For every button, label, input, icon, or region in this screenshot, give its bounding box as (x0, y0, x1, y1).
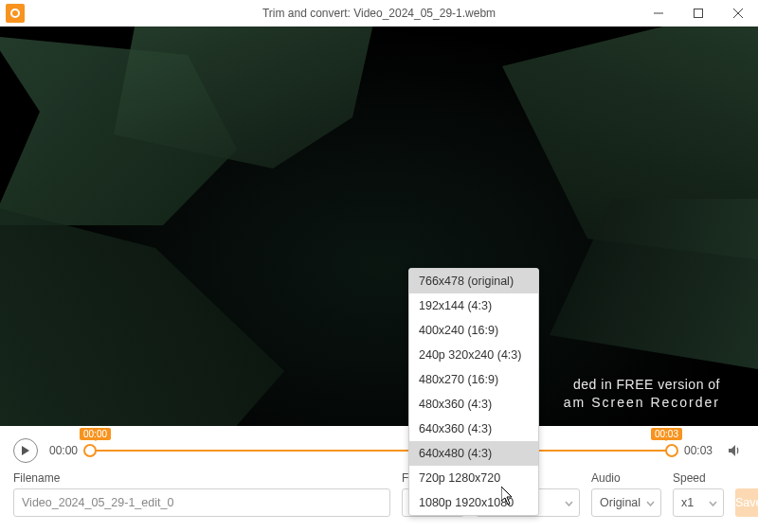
video-preview[interactable]: ded in FREE version of am Screen Recorde… (0, 27, 758, 426)
save-button[interactable]: Save (735, 488, 758, 517)
resolution-option[interactable]: 640x480 (4:3) (409, 441, 538, 466)
filename-input[interactable] (13, 488, 390, 517)
minimize-button[interactable] (639, 0, 678, 27)
close-button[interactable] (718, 0, 758, 27)
trim-start-tag: 00:00 (80, 428, 111, 440)
resolution-dropdown[interactable]: 766x478 (original) 192x144 (4:3) 400x240… (408, 268, 539, 516)
resolution-option[interactable]: 1080p 1920x1080 (409, 490, 538, 515)
resolution-option[interactable]: 480x360 (4:3) (409, 392, 538, 417)
playback-controls: 00:00 00:00 00:03 00:03 (0, 426, 758, 466)
titlebar: Trim and convert: Video_2024_05_29-1.web… (0, 0, 758, 27)
audio-label: Audio (591, 471, 661, 485)
resolution-option[interactable]: 240p 320x240 (4:3) (409, 343, 538, 367)
chevron-down-icon (646, 496, 655, 509)
resolution-option[interactable]: 400x240 (16:9) (409, 318, 538, 343)
trim-start-handle[interactable] (83, 444, 97, 457)
resolution-option[interactable]: 640x360 (4:3) (409, 417, 538, 441)
maximize-button[interactable] (678, 0, 718, 27)
svg-rect-1 (695, 9, 703, 18)
svg-marker-4 (22, 446, 29, 455)
resolution-option[interactable]: 720p 1280x720 (409, 466, 538, 490)
chevron-down-icon (565, 496, 573, 509)
speed-label: Speed (673, 471, 724, 485)
video-frame (0, 27, 758, 426)
window-controls (639, 0, 758, 27)
app-icon (6, 4, 25, 23)
audio-select[interactable]: Original (591, 488, 661, 517)
trim-end-tag: 00:03 (651, 428, 682, 440)
resolution-option[interactable]: 766x478 (original) (409, 269, 538, 293)
watermark-text: ded in FREE version of am Screen Recorde… (564, 376, 720, 413)
options-row: Filename Format WEBM Resolution Audio Or… (0, 466, 758, 526)
play-button[interactable] (13, 438, 38, 463)
time-start: 00:00 (45, 444, 81, 457)
filename-label: Filename (13, 471, 390, 485)
trim-end-handle[interactable] (665, 444, 678, 457)
time-end: 00:03 (680, 444, 716, 457)
speed-select[interactable]: x1 (673, 488, 724, 517)
resolution-option[interactable]: 192x144 (4:3) (409, 293, 538, 318)
timeline[interactable]: 00:00 00:03 (89, 439, 673, 462)
resolution-option[interactable]: 480x270 (16:9) (409, 367, 538, 392)
chevron-down-icon (709, 496, 717, 509)
volume-icon[interactable] (724, 440, 745, 461)
